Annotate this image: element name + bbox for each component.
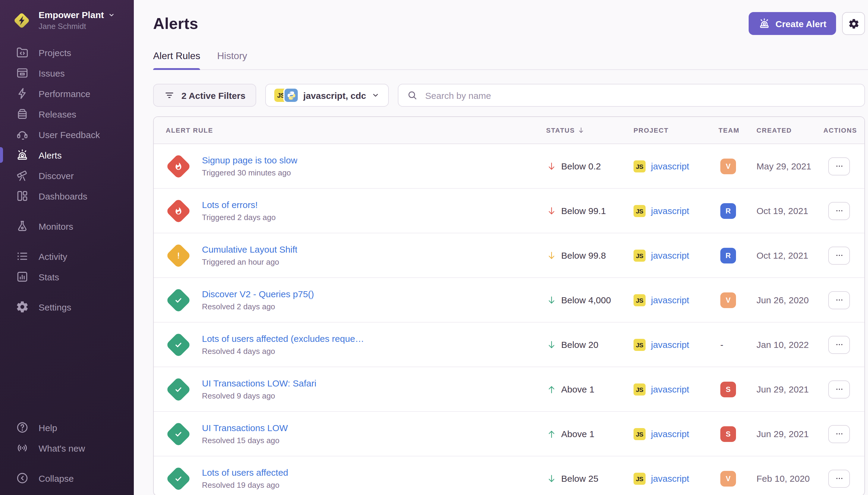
- alert-rule-detail: Resolved 2 days ago: [202, 302, 314, 311]
- sidebar-item-discover[interactable]: Discover: [0, 165, 134, 186]
- project-link[interactable]: javascript: [651, 295, 689, 305]
- org-text: Empower Plant Jane Schmidt: [39, 10, 116, 31]
- sidebar-item-activity[interactable]: Activity: [0, 246, 134, 267]
- project-selector-label: javascript, cdc: [303, 90, 366, 100]
- chevron-down-icon: [371, 91, 380, 100]
- project-link[interactable]: javascript: [651, 250, 689, 260]
- table-header: Alert Rule Status Project Team Created A…: [154, 117, 864, 144]
- alert-rule-link[interactable]: UI Transactions LOW: [202, 423, 288, 433]
- team-avatar: R: [720, 203, 736, 219]
- project-link[interactable]: javascript: [651, 161, 689, 171]
- create-alert-button[interactable]: Create Alert: [748, 12, 836, 35]
- sidebar-item-dashboards[interactable]: Dashboards: [0, 186, 134, 206]
- sidebar-item-label: Activity: [39, 251, 67, 261]
- alert-rule-detail: Triggered 2 days ago: [202, 213, 276, 222]
- status-up-arrow-icon: [546, 428, 557, 439]
- project-link[interactable]: javascript: [651, 339, 689, 350]
- row-actions-button[interactable]: [828, 202, 850, 220]
- sidebar-item-releases[interactable]: Releases: [0, 104, 134, 124]
- javascript-badge-icon: JS: [633, 428, 646, 440]
- sidebar-item-label: Help: [39, 422, 57, 432]
- org-switcher[interactable]: Empower Plant Jane Schmidt: [0, 0, 134, 31]
- column-header-status[interactable]: Status: [546, 126, 633, 134]
- help-icon: [16, 421, 29, 434]
- alert-rule-link[interactable]: UI Transactions LOW: Safari: [202, 378, 316, 388]
- row-actions-button[interactable]: [828, 470, 850, 488]
- row-actions-button[interactable]: [828, 157, 850, 175]
- tab-bar: Alert Rules History: [153, 51, 868, 70]
- filter-bar: 2 Active Filters JS javascript, cdc: [153, 84, 865, 107]
- created-date: Oct 12, 2021: [757, 250, 823, 260]
- status-text: Above 1: [561, 429, 594, 439]
- sidebar-item-user-feedback[interactable]: User Feedback: [0, 124, 134, 145]
- table-row: Signup page is too slow Triggered 30 min…: [154, 144, 864, 189]
- column-header-actions: Actions: [823, 126, 865, 134]
- row-actions-button[interactable]: [828, 291, 850, 309]
- page-title: Alerts: [153, 14, 198, 33]
- table-row: UI Transactions LOW: Safari Resolved 9 d…: [154, 367, 864, 412]
- sidebar-item-performance[interactable]: Performance: [0, 83, 134, 104]
- alert-rule-link[interactable]: Signup page is too slow: [202, 155, 297, 165]
- sidebar-item-label: Stats: [39, 272, 59, 282]
- project-link[interactable]: javascript: [651, 384, 689, 394]
- tab-alert-rules[interactable]: Alert Rules: [153, 51, 201, 69]
- flask-icon: [16, 220, 29, 233]
- project-cell: JS javascript: [633, 294, 718, 306]
- alert-rule-link[interactable]: Cumulative Layout Shift: [202, 244, 297, 254]
- project-link[interactable]: javascript: [651, 429, 689, 439]
- tab-history[interactable]: History: [217, 51, 247, 69]
- sidebar-item-stats[interactable]: Stats: [0, 267, 134, 287]
- team-cell: R: [718, 248, 757, 263]
- sidebar-item-label: Projects: [39, 47, 71, 57]
- row-actions-button[interactable]: [828, 380, 850, 398]
- row-actions-button[interactable]: [828, 336, 850, 354]
- sidebar-item-settings[interactable]: Settings: [0, 297, 134, 317]
- row-actions-button[interactable]: [828, 425, 850, 443]
- projects-icon: [16, 46, 29, 59]
- alert-rule-link[interactable]: Lots of errors!: [202, 200, 276, 210]
- search-input[interactable]: [424, 89, 856, 101]
- alert-rule-link[interactable]: Lots of users affected: [202, 467, 288, 478]
- sidebar-item-monitors[interactable]: Monitors: [0, 216, 134, 236]
- alert-rule-link[interactable]: Lots of users affected (excludes reque…: [202, 334, 364, 344]
- sidebar-item-issues[interactable]: Issues: [0, 63, 134, 83]
- sidebar-item-collapse[interactable]: Collapse: [0, 468, 134, 488]
- column-header-created: Created: [757, 126, 823, 134]
- status-text: Below 25: [561, 473, 598, 483]
- team-avatar: R: [720, 248, 736, 263]
- table-row: UI Transactions LOW Resolved 15 days ago…: [154, 412, 864, 456]
- releases-icon: [16, 107, 29, 121]
- alert-rule-detail: Resolved 9 days ago: [202, 391, 316, 400]
- project-badges: JS: [274, 89, 298, 102]
- project-cell: JS javascript: [633, 160, 718, 172]
- created-date: Oct 19, 2021: [757, 206, 823, 216]
- row-actions-button[interactable]: [828, 246, 850, 264]
- org-name: Empower Plant: [39, 10, 104, 20]
- team-avatar: V: [720, 292, 736, 308]
- created-date: Jun 29, 2021: [757, 429, 823, 439]
- created-date: Jun 29, 2021: [757, 384, 823, 394]
- javascript-badge-icon: JS: [633, 339, 646, 351]
- settings-button[interactable]: [842, 12, 865, 35]
- project-link[interactable]: javascript: [651, 206, 689, 216]
- python-badge-icon: [284, 89, 298, 102]
- project-selector[interactable]: JS javascript, cdc: [265, 84, 389, 107]
- sidebar-item-label: What's new: [39, 443, 85, 453]
- user-name: Jane Schmidt: [39, 22, 116, 31]
- sidebar-item-label: Discover: [39, 170, 74, 181]
- alert-rule-link[interactable]: Discover V2 - Queries p75(): [202, 289, 314, 299]
- sidebar-item-help[interactable]: Help: [0, 417, 134, 438]
- actions-cell: [823, 291, 865, 309]
- team-avatar: V: [720, 471, 736, 486]
- alert-rule-cell: Lots of users affected (excludes reque… …: [154, 331, 546, 358]
- team-avatar: V: [720, 158, 736, 174]
- sidebar-item-alerts[interactable]: Alerts: [0, 145, 134, 165]
- alert-rule-cell: Signup page is too slow Triggered 30 min…: [154, 152, 546, 180]
- actions-cell: [823, 380, 865, 398]
- table-row: Lots of errors! Triggered 2 days ago Bel…: [154, 189, 864, 233]
- sidebar-item-projects[interactable]: Projects: [0, 42, 134, 63]
- sidebar-item-whats-new[interactable]: What's new: [0, 438, 134, 458]
- active-filters-button[interactable]: 2 Active Filters: [153, 84, 256, 107]
- project-link[interactable]: javascript: [651, 473, 689, 483]
- sidebar-item-label: Performance: [39, 88, 90, 99]
